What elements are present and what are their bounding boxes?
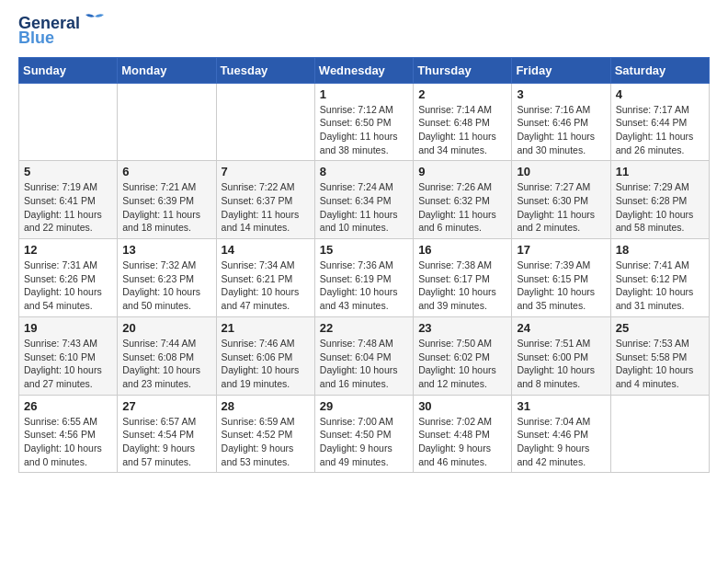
day-info: Sunrise: 7:19 AM Sunset: 6:41 PM Dayligh… — [24, 180, 112, 235]
day-info: Sunrise: 7:34 AM Sunset: 6:21 PM Dayligh… — [222, 259, 310, 313]
day-number: 16 — [418, 243, 506, 257]
calendar-cell: 27Sunrise: 6:57 AM Sunset: 4:54 PM Dayli… — [118, 395, 216, 473]
weekday-header-friday: Friday — [512, 57, 610, 83]
calendar-cell: 8Sunrise: 7:24 AM Sunset: 6:34 PM Daylig… — [314, 161, 413, 239]
day-info: Sunrise: 7:53 AM Sunset: 5:58 PM Dayligh… — [616, 337, 704, 391]
weekday-header-sunday: Sunday — [19, 57, 118, 83]
day-info: Sunrise: 7:50 AM Sunset: 6:02 PM Dayligh… — [418, 337, 506, 391]
calendar-cell — [118, 83, 216, 161]
day-number: 17 — [517, 243, 605, 257]
calendar-cell: 14Sunrise: 7:34 AM Sunset: 6:21 PM Dayli… — [216, 239, 314, 317]
calendar-cell: 21Sunrise: 7:46 AM Sunset: 6:06 PM Dayli… — [216, 316, 314, 395]
calendar-cell: 5Sunrise: 7:19 AM Sunset: 6:41 PM Daylig… — [19, 161, 118, 239]
day-number: 11 — [616, 165, 704, 178]
day-info: Sunrise: 7:38 AM Sunset: 6:17 PM Dayligh… — [418, 259, 506, 313]
calendar-cell: 12Sunrise: 7:31 AM Sunset: 6:26 PM Dayli… — [19, 239, 118, 317]
calendar-week-row: 1Sunrise: 7:12 AM Sunset: 6:50 PM Daylig… — [19, 83, 710, 161]
day-number: 30 — [418, 399, 506, 413]
day-number: 26 — [24, 399, 112, 413]
weekday-header-thursday: Thursday — [414, 57, 512, 83]
day-number: 19 — [24, 321, 112, 335]
day-number: 13 — [122, 243, 210, 257]
day-number: 15 — [320, 243, 408, 257]
day-info: Sunrise: 7:48 AM Sunset: 6:04 PM Dayligh… — [320, 337, 408, 391]
day-info: Sunrise: 6:57 AM Sunset: 4:54 PM Dayligh… — [122, 415, 210, 469]
day-info: Sunrise: 7:32 AM Sunset: 6:23 PM Dayligh… — [122, 259, 210, 313]
day-number: 25 — [616, 321, 704, 335]
calendar-cell: 15Sunrise: 7:36 AM Sunset: 6:19 PM Dayli… — [314, 239, 413, 317]
calendar-cell: 3Sunrise: 7:16 AM Sunset: 6:46 PM Daylig… — [512, 83, 610, 161]
day-number: 2 — [418, 87, 506, 101]
logo-bird-icon — [82, 13, 108, 29]
day-info: Sunrise: 7:26 AM Sunset: 6:32 PM Dayligh… — [418, 180, 506, 235]
day-number: 31 — [517, 399, 605, 413]
calendar-cell: 11Sunrise: 7:29 AM Sunset: 6:28 PM Dayli… — [610, 161, 709, 239]
weekday-header-monday: Monday — [118, 57, 216, 83]
calendar-week-row: 5Sunrise: 7:19 AM Sunset: 6:41 PM Daylig… — [19, 161, 710, 239]
weekday-header-saturday: Saturday — [610, 57, 709, 83]
day-number: 7 — [222, 165, 310, 178]
day-number: 24 — [517, 321, 605, 335]
calendar-cell: 17Sunrise: 7:39 AM Sunset: 6:15 PM Dayli… — [512, 239, 610, 317]
calendar-week-row: 19Sunrise: 7:43 AM Sunset: 6:10 PM Dayli… — [19, 316, 710, 395]
day-number: 23 — [418, 321, 506, 335]
calendar-cell: 1Sunrise: 7:12 AM Sunset: 6:50 PM Daylig… — [314, 83, 413, 161]
weekday-header-row: SundayMondayTuesdayWednesdayThursdayFrid… — [19, 57, 710, 83]
calendar-cell: 20Sunrise: 7:44 AM Sunset: 6:08 PM Dayli… — [118, 316, 216, 395]
day-info: Sunrise: 7:16 AM Sunset: 6:46 PM Dayligh… — [517, 103, 605, 157]
calendar-cell: 13Sunrise: 7:32 AM Sunset: 6:23 PM Dayli… — [118, 239, 216, 317]
day-number: 10 — [517, 165, 605, 178]
day-info: Sunrise: 7:31 AM Sunset: 6:26 PM Dayligh… — [24, 259, 112, 313]
day-number: 5 — [24, 165, 112, 178]
day-number: 8 — [320, 165, 408, 178]
day-info: Sunrise: 7:29 AM Sunset: 6:28 PM Dayligh… — [616, 180, 704, 235]
calendar-cell — [19, 83, 118, 161]
day-info: Sunrise: 7:24 AM Sunset: 6:34 PM Dayligh… — [320, 180, 408, 235]
day-info: Sunrise: 7:14 AM Sunset: 6:48 PM Dayligh… — [418, 103, 506, 157]
day-number: 3 — [517, 87, 605, 101]
calendar-cell: 10Sunrise: 7:27 AM Sunset: 6:30 PM Dayli… — [512, 161, 610, 239]
day-info: Sunrise: 7:46 AM Sunset: 6:06 PM Dayligh… — [222, 337, 310, 391]
day-number: 29 — [320, 399, 408, 413]
calendar-cell: 9Sunrise: 7:26 AM Sunset: 6:32 PM Daylig… — [414, 161, 512, 239]
calendar-table: SundayMondayTuesdayWednesdayThursdayFrid… — [18, 57, 710, 474]
day-number: 27 — [122, 399, 210, 413]
day-info: Sunrise: 7:17 AM Sunset: 6:44 PM Dayligh… — [616, 103, 704, 157]
calendar-week-row: 12Sunrise: 7:31 AM Sunset: 6:26 PM Dayli… — [19, 239, 710, 317]
calendar-cell: 19Sunrise: 7:43 AM Sunset: 6:10 PM Dayli… — [19, 316, 118, 395]
calendar-cell: 4Sunrise: 7:17 AM Sunset: 6:44 PM Daylig… — [610, 83, 709, 161]
calendar-cell: 6Sunrise: 7:21 AM Sunset: 6:39 PM Daylig… — [118, 161, 216, 239]
header: General Blue — [18, 15, 710, 48]
weekday-header-wednesday: Wednesday — [314, 57, 413, 83]
calendar-cell: 23Sunrise: 7:50 AM Sunset: 6:02 PM Dayli… — [414, 316, 512, 395]
day-number: 12 — [24, 243, 112, 257]
day-info: Sunrise: 7:51 AM Sunset: 6:00 PM Dayligh… — [517, 337, 605, 391]
calendar-cell: 22Sunrise: 7:48 AM Sunset: 6:04 PM Dayli… — [314, 316, 413, 395]
day-number: 20 — [122, 321, 210, 335]
calendar-cell: 18Sunrise: 7:41 AM Sunset: 6:12 PM Dayli… — [610, 239, 709, 317]
logo-blue-text: Blue — [18, 29, 54, 48]
calendar-cell: 2Sunrise: 7:14 AM Sunset: 6:48 PM Daylig… — [414, 83, 512, 161]
calendar-cell: 25Sunrise: 7:53 AM Sunset: 5:58 PM Dayli… — [610, 316, 709, 395]
day-number: 9 — [418, 165, 506, 178]
calendar-cell — [610, 395, 709, 473]
day-info: Sunrise: 7:22 AM Sunset: 6:37 PM Dayligh… — [222, 180, 310, 235]
calendar-cell: 30Sunrise: 7:02 AM Sunset: 4:48 PM Dayli… — [414, 395, 512, 473]
day-info: Sunrise: 7:12 AM Sunset: 6:50 PM Dayligh… — [320, 103, 408, 157]
day-info: Sunrise: 7:41 AM Sunset: 6:12 PM Dayligh… — [616, 259, 704, 313]
day-info: Sunrise: 7:44 AM Sunset: 6:08 PM Dayligh… — [122, 337, 210, 391]
calendar-cell — [216, 83, 314, 161]
day-info: Sunrise: 7:27 AM Sunset: 6:30 PM Dayligh… — [517, 180, 605, 235]
day-info: Sunrise: 7:02 AM Sunset: 4:48 PM Dayligh… — [418, 415, 506, 469]
calendar-cell: 24Sunrise: 7:51 AM Sunset: 6:00 PM Dayli… — [512, 316, 610, 395]
calendar-week-row: 26Sunrise: 6:55 AM Sunset: 4:56 PM Dayli… — [19, 395, 710, 473]
day-number: 4 — [616, 87, 704, 101]
day-number: 1 — [320, 87, 408, 101]
day-info: Sunrise: 7:21 AM Sunset: 6:39 PM Dayligh… — [122, 180, 210, 235]
calendar-cell: 7Sunrise: 7:22 AM Sunset: 6:37 PM Daylig… — [216, 161, 314, 239]
day-number: 14 — [222, 243, 310, 257]
day-number: 22 — [320, 321, 408, 335]
day-info: Sunrise: 7:00 AM Sunset: 4:50 PM Dayligh… — [320, 415, 408, 469]
day-info: Sunrise: 7:39 AM Sunset: 6:15 PM Dayligh… — [517, 259, 605, 313]
day-number: 6 — [122, 165, 210, 178]
